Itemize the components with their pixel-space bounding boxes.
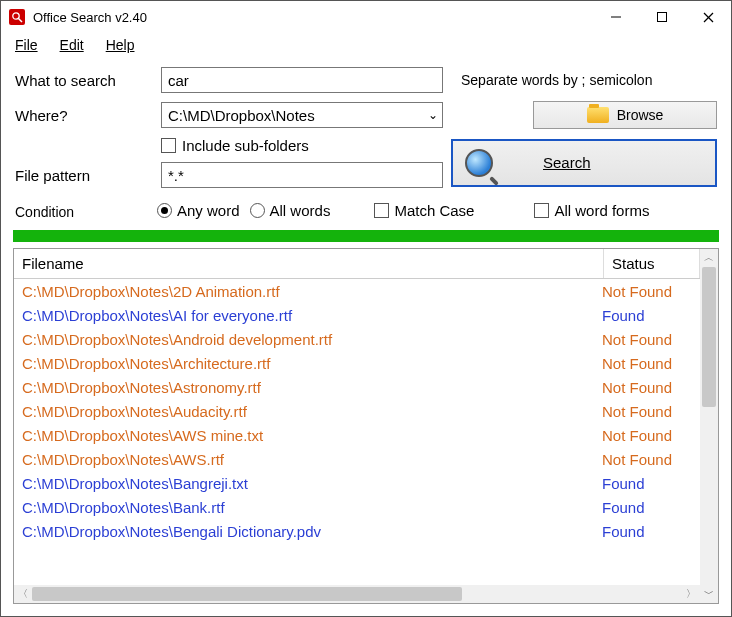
app-icon <box>9 9 25 25</box>
scroll-thumb[interactable] <box>32 587 462 601</box>
window-controls <box>593 1 731 33</box>
include-subfolders-checkbox[interactable] <box>161 138 176 153</box>
svg-point-0 <box>13 13 19 19</box>
cell-filename: C:\MD\Dropbox\Notes\2D Animation.rtf <box>22 283 602 300</box>
menu-file[interactable]: File <box>15 37 38 53</box>
cell-status: Not Found <box>602 427 692 444</box>
cell-status: Not Found <box>602 283 692 300</box>
menu-edit[interactable]: Edit <box>60 37 84 53</box>
cell-filename: C:\MD\Dropbox\Notes\AI for everyone.rtf <box>22 307 602 324</box>
match-case-option[interactable]: Match Case <box>374 202 474 219</box>
table-row[interactable]: C:\MD\Dropbox\Notes\Architecture.rtfNot … <box>14 351 700 375</box>
menubar: File Edit Help <box>1 33 731 57</box>
scroll-down-icon[interactable]: ﹀ <box>704 585 714 603</box>
table-row[interactable]: C:\MD\Dropbox\Notes\Bangreji.txtFound <box>14 471 700 495</box>
window-title: Office Search v2.40 <box>33 10 593 25</box>
all-word-forms-option[interactable]: All word forms <box>534 202 649 219</box>
svg-rect-3 <box>658 13 667 22</box>
condition-label: Condition <box>15 200 147 220</box>
include-subfolders-label: Include sub-folders <box>182 137 309 154</box>
cell-status: Found <box>602 307 692 324</box>
what-to-search-input[interactable] <box>161 67 443 93</box>
radio-icon <box>250 203 265 218</box>
table-row[interactable]: C:\MD\Dropbox\Notes\Audacity.rtfNot Foun… <box>14 399 700 423</box>
chevron-down-icon: ⌄ <box>424 108 442 122</box>
maximize-button[interactable] <box>639 1 685 33</box>
cell-status: Not Found <box>602 355 692 372</box>
scroll-thumb[interactable] <box>702 267 716 407</box>
cell-status: Found <box>602 499 692 516</box>
table-row[interactable]: C:\MD\Dropbox\Notes\Android development.… <box>14 327 700 351</box>
folder-icon <box>587 107 609 123</box>
cell-filename: C:\MD\Dropbox\Notes\Bank.rtf <box>22 499 602 516</box>
cell-filename: C:\MD\Dropbox\Notes\Audacity.rtf <box>22 403 602 420</box>
file-pattern-input[interactable] <box>161 162 443 188</box>
cell-status: Not Found <box>602 379 692 396</box>
close-button[interactable] <box>685 1 731 33</box>
any-word-option[interactable]: Any word <box>157 202 240 219</box>
results-table: Filename Status C:\MD\Dropbox\Notes\2D A… <box>14 249 700 585</box>
where-dropdown[interactable]: C:\MD\Dropbox\Notes ⌄ <box>161 102 443 128</box>
table-row[interactable]: C:\MD\Dropbox\Notes\Bengali Dictionary.p… <box>14 519 700 543</box>
table-row[interactable]: C:\MD\Dropbox\Notes\Bank.rtfFound <box>14 495 700 519</box>
cell-status: Not Found <box>602 331 692 348</box>
menu-help[interactable]: Help <box>106 37 135 53</box>
table-row[interactable]: C:\MD\Dropbox\Notes\AWS.rtfNot Found <box>14 447 700 471</box>
scroll-up-icon[interactable]: ︿ <box>704 249 714 267</box>
checkbox-icon <box>534 203 549 218</box>
browse-button[interactable]: Browse <box>533 101 717 129</box>
search-button[interactable]: Search <box>451 139 717 187</box>
cell-status: Not Found <box>602 403 692 420</box>
where-label: Where? <box>15 107 153 124</box>
search-label: Search <box>543 154 591 171</box>
horizontal-scrollbar[interactable]: 〈 〉 <box>14 585 700 603</box>
cell-filename: C:\MD\Dropbox\Notes\Bangreji.txt <box>22 475 602 492</box>
titlebar: Office Search v2.40 <box>1 1 731 33</box>
cell-status: Found <box>602 523 692 540</box>
col-status[interactable]: Status <box>604 249 700 278</box>
minimize-button[interactable] <box>593 1 639 33</box>
cell-filename: C:\MD\Dropbox\Notes\AWS mine.txt <box>22 427 602 444</box>
table-row[interactable]: C:\MD\Dropbox\Notes\2D Animation.rtfNot … <box>14 279 700 303</box>
what-to-search-label: What to search <box>15 72 153 89</box>
scroll-left-icon[interactable]: 〈 <box>14 587 32 601</box>
cell-filename: C:\MD\Dropbox\Notes\AWS.rtf <box>22 451 602 468</box>
all-word-forms-label: All word forms <box>554 202 649 219</box>
cell-status: Found <box>602 475 692 492</box>
svg-line-1 <box>19 19 23 23</box>
table-header: Filename Status <box>14 249 700 279</box>
search-icon <box>465 149 493 177</box>
all-words-label: All words <box>270 202 331 219</box>
checkbox-icon <box>374 203 389 218</box>
progress-bar <box>13 230 719 242</box>
results-panel: Filename Status C:\MD\Dropbox\Notes\2D A… <box>13 248 719 604</box>
cell-filename: C:\MD\Dropbox\Notes\Astronomy.rtf <box>22 379 602 396</box>
any-word-label: Any word <box>177 202 240 219</box>
all-words-option[interactable]: All words <box>250 202 331 219</box>
vertical-scrollbar[interactable]: ︿ ﹀ <box>700 249 718 603</box>
table-row[interactable]: C:\MD\Dropbox\Notes\AWS mine.txtNot Foun… <box>14 423 700 447</box>
file-pattern-label: File pattern <box>15 167 153 184</box>
cell-filename: C:\MD\Dropbox\Notes\Bengali Dictionary.p… <box>22 523 602 540</box>
semicolon-hint: Separate words by ; semicolon <box>451 72 719 88</box>
browse-label: Browse <box>617 107 664 123</box>
cell-filename: C:\MD\Dropbox\Notes\Architecture.rtf <box>22 355 602 372</box>
cell-filename: C:\MD\Dropbox\Notes\Android development.… <box>22 331 602 348</box>
scroll-right-icon[interactable]: 〉 <box>682 587 700 601</box>
table-row[interactable]: C:\MD\Dropbox\Notes\AI for everyone.rtfF… <box>14 303 700 327</box>
where-value: C:\MD\Dropbox\Notes <box>168 107 424 124</box>
search-form: What to search Separate words by ; semic… <box>1 57 731 224</box>
col-filename[interactable]: Filename <box>14 249 604 278</box>
cell-status: Not Found <box>602 451 692 468</box>
radio-icon <box>157 203 172 218</box>
table-body: C:\MD\Dropbox\Notes\2D Animation.rtfNot … <box>14 279 700 585</box>
table-row[interactable]: C:\MD\Dropbox\Notes\Astronomy.rtfNot Fou… <box>14 375 700 399</box>
match-case-label: Match Case <box>394 202 474 219</box>
